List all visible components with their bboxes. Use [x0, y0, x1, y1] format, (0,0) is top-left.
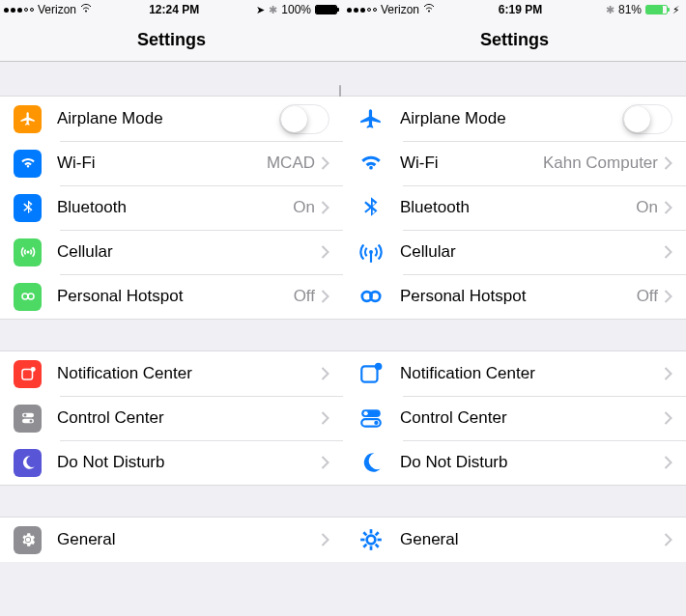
hotspot-label: Personal Hotspot	[400, 287, 637, 306]
bluetooth-value: On	[293, 198, 315, 217]
cellular-label: Cellular	[57, 242, 321, 262]
row-notification-center[interactable]: Notification Center	[0, 351, 343, 396]
settings-list[interactable]: Airplane Mode Wi-Fi Kahn Computer Blueto…	[343, 62, 686, 616]
dnd-icon	[357, 449, 385, 477]
svg-line-28	[363, 545, 366, 547]
chevron-right-icon	[664, 456, 672, 469]
nav-title: Settings	[0, 19, 343, 62]
chevron-right-icon	[664, 201, 672, 214]
svg-point-10	[428, 11, 430, 13]
battery-icon	[315, 5, 337, 14]
charging-icon: ⚡︎	[672, 4, 680, 16]
row-hotspot[interactable]: Personal Hotspot Off	[343, 274, 686, 319]
wifi-value: MCAD	[267, 154, 315, 173]
svg-point-8	[29, 420, 32, 423]
cellular-label: Cellular	[400, 242, 664, 262]
carrier-label: Verizon	[381, 3, 419, 16]
row-cellular[interactable]: Cellular	[0, 230, 343, 274]
row-airplane-mode[interactable]: Airplane Mode	[343, 97, 686, 141]
row-wifi[interactable]: Wi-Fi MCAD	[0, 141, 343, 185]
control-label: Control Center	[400, 408, 664, 428]
clock: 12:24 PM	[149, 3, 199, 16]
row-airplane-mode[interactable]: Airplane Mode	[0, 97, 343, 141]
notification-label: Notification Center	[57, 364, 321, 383]
hotspot-label: Personal Hotspot	[57, 287, 294, 306]
general-icon	[357, 526, 385, 554]
airplane-label: Airplane Mode	[400, 109, 622, 128]
svg-point-20	[374, 421, 378, 425]
wifi-icon	[14, 150, 42, 178]
battery-icon	[645, 5, 668, 14]
svg-rect-3	[22, 370, 33, 380]
battery-percent: 81%	[618, 3, 642, 16]
svg-point-21	[366, 536, 375, 545]
row-general[interactable]: General	[343, 518, 686, 562]
svg-point-4	[30, 367, 35, 372]
notification-label: Notification Center	[400, 364, 664, 383]
row-cellular[interactable]: Cellular	[343, 230, 686, 274]
notification-icon	[14, 360, 42, 388]
svg-line-29	[375, 532, 378, 535]
row-bluetooth[interactable]: Bluetooth On	[343, 185, 686, 230]
airplane-toggle[interactable]	[622, 104, 672, 134]
svg-point-6	[23, 414, 26, 417]
hotspot-icon	[14, 283, 42, 311]
chevron-right-icon	[664, 533, 672, 546]
row-do-not-disturb[interactable]: Do Not Disturb	[343, 440, 686, 485]
chevron-right-icon	[664, 367, 672, 380]
airplane-toggle[interactable]	[279, 104, 329, 134]
hotspot-value: Off	[294, 287, 315, 306]
signal-dots	[4, 8, 34, 13]
general-label: General	[400, 530, 664, 549]
general-icon	[14, 526, 42, 554]
control-center-icon	[14, 405, 42, 433]
svg-line-27	[375, 545, 378, 547]
svg-point-18	[363, 411, 367, 415]
location-icon: ➤	[256, 4, 265, 16]
chevron-right-icon	[321, 245, 329, 259]
row-hotspot[interactable]: Personal Hotspot Off	[0, 274, 343, 319]
svg-point-2	[28, 294, 34, 299]
svg-point-0	[85, 11, 87, 13]
bluetooth-status-icon: ✱	[606, 4, 615, 16]
wifi-icon	[357, 150, 385, 178]
wifi-value: Kahn Computer	[543, 154, 658, 173]
row-control-center[interactable]: Control Center	[343, 396, 686, 440]
chevron-right-icon	[321, 290, 329, 303]
status-bar: Verizon 6:19 PM ✱ 81% ⚡︎	[343, 0, 686, 19]
hotspot-icon	[357, 283, 385, 311]
chevron-right-icon	[321, 533, 329, 546]
airplane-icon	[357, 105, 385, 133]
chevron-right-icon	[321, 156, 329, 170]
settings-screen-left: Verizon 12:24 PM ➤ ✱ 100% Settings Airpl…	[0, 0, 343, 616]
dnd-icon	[14, 449, 42, 477]
bluetooth-value: On	[636, 198, 658, 217]
battery-percent: 100%	[281, 3, 311, 16]
settings-screen-right: Verizon 6:19 PM ✱ 81% ⚡︎ Settings Airpla…	[343, 0, 686, 616]
chevron-right-icon	[664, 290, 672, 303]
svg-point-9	[25, 538, 30, 543]
row-do-not-disturb[interactable]: Do Not Disturb	[0, 440, 343, 485]
row-control-center[interactable]: Control Center	[0, 396, 343, 440]
chevron-right-icon	[664, 245, 672, 259]
row-notification-center[interactable]: Notification Center	[343, 351, 686, 396]
status-bar: Verizon 12:24 PM ➤ ✱ 100%	[0, 0, 343, 19]
chevron-right-icon	[321, 411, 329, 425]
airplane-label: Airplane Mode	[57, 109, 279, 128]
carrier-label: Verizon	[38, 3, 76, 16]
bluetooth-icon	[357, 194, 385, 222]
chevron-right-icon	[321, 201, 329, 214]
chevron-right-icon	[321, 367, 329, 380]
row-general[interactable]: General	[0, 518, 343, 562]
wifi-status-icon	[80, 3, 92, 16]
wifi-status-icon	[423, 3, 435, 16]
row-bluetooth[interactable]: Bluetooth On	[0, 185, 343, 230]
wifi-label: Wi-Fi	[57, 154, 267, 173]
row-wifi[interactable]: Wi-Fi Kahn Computer	[343, 141, 686, 185]
settings-list[interactable]: Airplane Mode Wi-Fi MCAD Bluetooth On Ce…	[0, 62, 343, 616]
wifi-label: Wi-Fi	[400, 154, 543, 173]
clock: 6:19 PM	[499, 3, 542, 16]
cellular-icon	[14, 238, 42, 266]
dnd-label: Do Not Disturb	[57, 453, 321, 472]
svg-point-12	[369, 250, 373, 254]
